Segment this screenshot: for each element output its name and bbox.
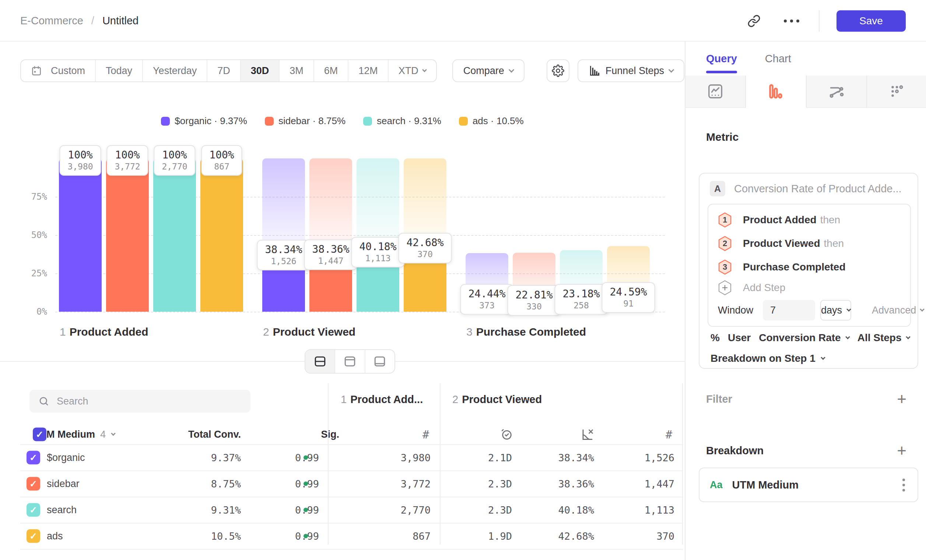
link-icon xyxy=(747,14,761,28)
breakdown-table: 1Product Add... 2Product Viewed ✓ UTM Me… xyxy=(20,383,683,560)
step1-count-value: 867 xyxy=(413,530,431,542)
add-breakdown-button[interactable]: + xyxy=(897,442,906,459)
sig-value: 0.99 xyxy=(295,478,319,489)
funnel-step-2[interactable]: 2 Product Viewedthen xyxy=(718,236,844,251)
conv-rate-value: 38.36% xyxy=(558,478,594,489)
table-bottom-divider xyxy=(20,549,683,550)
add-step-icon xyxy=(718,280,732,295)
breakdown-section: Breakdown + xyxy=(706,442,906,459)
query-panel: Query Chart xyxy=(685,42,926,560)
report-type-insights[interactable] xyxy=(685,76,746,108)
scope-selector[interactable]: All Steps xyxy=(858,332,910,344)
sig-value: 0.99 xyxy=(295,504,319,515)
count-column-icon[interactable]: # xyxy=(422,424,429,444)
add-step-button[interactable]: Add Step xyxy=(718,280,785,295)
bar-value-label: 100%2,770 xyxy=(154,145,195,176)
table-row[interactable]: ✓ads10.5%0.998671.9D42.68%370 xyxy=(20,523,683,549)
step1-count-value: 3,980 xyxy=(401,452,431,463)
actor-selector[interactable]: User xyxy=(728,332,750,344)
bar-value-label: 24.44%373 xyxy=(460,284,513,315)
bar-value-label: 40.18%1,113 xyxy=(351,237,404,268)
layout-toggle-group xyxy=(305,349,395,374)
bar-value-label: 24.59%91 xyxy=(602,282,655,313)
tab-chart[interactable]: Chart xyxy=(765,42,791,76)
funnel-icon xyxy=(767,83,784,100)
sig-column-header[interactable]: Sig. xyxy=(321,424,339,444)
chevron-down-icon[interactable] xyxy=(111,431,116,436)
avg-time-value: 2.1D xyxy=(488,452,512,463)
total-conv-value: 8.75% xyxy=(211,478,241,489)
save-button[interactable]: Save xyxy=(837,10,906,32)
row-checkbox[interactable]: ✓ xyxy=(27,529,40,543)
topbar-divider xyxy=(819,10,820,32)
report-type-funnels[interactable] xyxy=(746,76,806,108)
bar-value-label: 23.18%258 xyxy=(554,284,608,315)
avg-time-column-icon[interactable] xyxy=(501,424,513,444)
funnel-step-label: 2Product Viewed xyxy=(263,326,356,338)
window-unit-select[interactable]: days xyxy=(820,300,851,321)
table-row[interactable]: ✓sidebar8.75%0.993,7722.3D38.36%1,447 xyxy=(20,471,683,496)
formula-text: Conversion Rate of Product Adde... xyxy=(734,183,902,195)
advanced-toggle[interactable]: Advanced xyxy=(872,305,924,316)
more-menu-button[interactable] xyxy=(781,11,802,31)
row-checkbox[interactable]: ✓ xyxy=(27,451,40,464)
metric-selector[interactable]: Conversion Rate xyxy=(759,332,849,344)
count-column-icon[interactable]: # xyxy=(666,424,672,444)
breakdown-on-step-selector[interactable]: Breakdown on Step 1 xyxy=(711,353,825,364)
table-step2-header[interactable]: 2Product Viewed xyxy=(452,394,542,406)
table-header-row: ✓ UTM Medium 4 xyxy=(27,424,115,444)
formula-row[interactable]: A Conversion Rate of Product Adde... xyxy=(710,181,902,196)
funnel-bar[interactable] xyxy=(200,159,243,312)
search-icon xyxy=(38,396,49,407)
report-type-flows[interactable] xyxy=(806,76,867,108)
search-input[interactable] xyxy=(57,396,233,407)
layout-table-only-button[interactable] xyxy=(365,350,395,373)
report-type-retention[interactable] xyxy=(867,76,926,108)
layout-chart-only-button[interactable] xyxy=(335,350,365,373)
row-divider xyxy=(20,496,683,497)
table-search[interactable] xyxy=(29,390,250,413)
funnel-dropoff-bar xyxy=(262,159,305,253)
funnel-step-label: 1Product Added xyxy=(60,326,148,338)
step-number-badge: 1 xyxy=(718,212,732,228)
table-row[interactable]: ✓search9.31%0.992,7702.3D40.18%1,113 xyxy=(20,496,683,523)
row-checkbox[interactable]: ✓ xyxy=(27,477,40,490)
layout-split-button[interactable] xyxy=(306,350,335,373)
segment-label: search xyxy=(47,504,77,515)
row-checkbox[interactable]: ✓ xyxy=(27,503,40,516)
metric-section-title: Metric xyxy=(706,131,738,143)
add-filter-button[interactable]: + xyxy=(897,391,906,407)
funnel-bar[interactable] xyxy=(106,159,149,312)
funnel-bar[interactable] xyxy=(153,159,196,312)
avg-time-value: 2.3D xyxy=(488,478,512,489)
step-number-badge: 3 xyxy=(718,259,732,275)
conv-rate-column-icon[interactable] xyxy=(581,424,594,444)
report-type-tabs xyxy=(685,76,926,108)
window-value-input[interactable] xyxy=(763,300,815,321)
breakdown-item[interactable]: Aa UTM Medium xyxy=(699,468,918,502)
top-bar: E-Commerce / Untitled Save xyxy=(0,0,926,42)
y-axis-tick: 0% xyxy=(21,307,47,317)
measurement-row: % User Conversion Rate All Steps xyxy=(711,332,910,344)
panel-tabs: Query Chart xyxy=(706,42,791,76)
breadcrumb-report-title[interactable]: Untitled xyxy=(102,15,139,27)
total-conv-column-header[interactable]: Total Conv. xyxy=(188,424,241,444)
flows-icon xyxy=(828,83,845,100)
report-canvas: CustomTodayYesterday7D30D3M6M12MXTD Comp… xyxy=(0,42,685,560)
funnel-bar[interactable] xyxy=(59,159,102,312)
table-step1-header[interactable]: 1Product Add... xyxy=(341,394,423,406)
tab-query[interactable]: Query xyxy=(706,42,737,76)
select-all-checkbox[interactable]: ✓ xyxy=(33,428,46,441)
breadcrumb-board[interactable]: E-Commerce xyxy=(20,15,83,27)
breadcrumb-separator: / xyxy=(91,15,94,27)
formula-badge: A xyxy=(710,181,725,196)
insights-icon xyxy=(707,83,724,100)
table-row[interactable]: ✓$organic9.37%0.993,9802.1D38.34%1,526 xyxy=(20,444,683,471)
ellipsis-icon xyxy=(784,20,799,23)
avg-time-value: 1.9D xyxy=(488,530,512,542)
kebab-menu-icon[interactable] xyxy=(900,476,907,494)
funnel-step-1[interactable]: 1 Product Addedthen xyxy=(718,213,840,227)
funnel-step-3[interactable]: 3 Purchase Completed xyxy=(718,260,849,274)
segment-label: $organic xyxy=(47,452,85,463)
copy-link-button[interactable] xyxy=(744,11,764,31)
